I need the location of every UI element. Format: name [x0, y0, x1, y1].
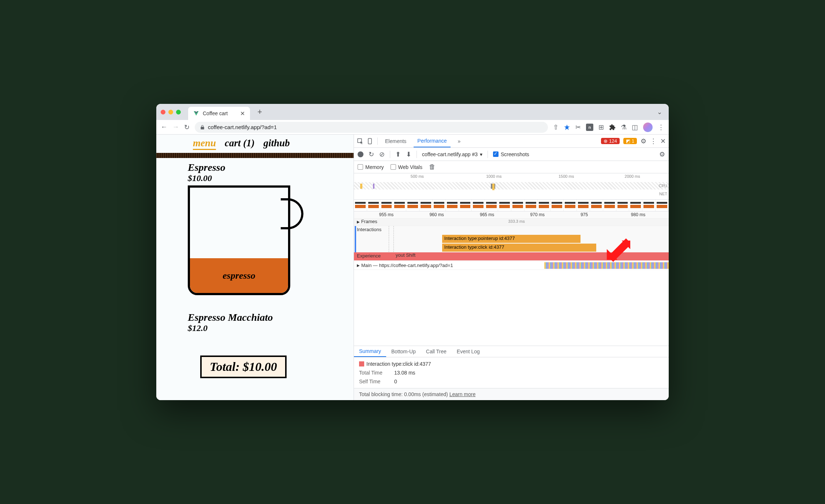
memory-checkbox[interactable]: Memory	[358, 164, 384, 170]
color-swatch	[359, 361, 364, 366]
web-vitals-checkbox[interactable]: Web Vitals	[391, 164, 422, 170]
kebab-menu-icon[interactable]: ⋮	[650, 137, 657, 145]
back-button[interactable]: ←	[161, 123, 167, 131]
gear-icon[interactable]: ⚙	[659, 150, 665, 158]
timeline-ruler: 955 ms 960 ms 965 ms 970 ms 975 980 ms	[354, 211, 669, 219]
url-input[interactable]: coffee-cart.netlify.app/?ad=1	[195, 122, 548, 133]
self-time-value: 0	[394, 379, 397, 384]
product-espresso: Espresso $10.00 espresso	[156, 162, 354, 301]
cpu-peak	[492, 184, 494, 190]
reload-record-button[interactable]: ↻	[369, 150, 374, 158]
interaction-bar-pointerup[interactable]: Interaction type:pointerup id:4377	[442, 235, 581, 243]
product-price: $10.00	[188, 173, 354, 183]
kebab-menu-icon[interactable]: ⋮	[658, 123, 664, 131]
cup-graphic[interactable]: espresso	[188, 185, 301, 301]
minimize-icon[interactable]	[168, 110, 173, 114]
errors-badge[interactable]: ⊗124	[601, 138, 620, 144]
nav-github[interactable]: github	[264, 138, 290, 149]
lock-icon	[200, 125, 205, 130]
vue-icon	[193, 110, 199, 116]
tab-close-icon[interactable]: ✕	[240, 110, 245, 117]
tab-call-tree[interactable]: Call Tree	[421, 346, 452, 357]
cart-total[interactable]: Total: $10.00	[200, 356, 287, 378]
net-label: NET	[659, 192, 667, 196]
side-panel-icon[interactable]: ◫	[632, 123, 638, 131]
download-icon[interactable]: ⬇	[406, 150, 411, 158]
total-time-value: 13.08 ms	[394, 370, 415, 376]
screenshots-checkbox[interactable]: Screenshots	[493, 151, 529, 157]
total-time-label: Total Time	[359, 370, 388, 376]
share-icon[interactable]: ⇧	[553, 123, 559, 131]
filmstrip-thumb	[354, 200, 367, 211]
close-icon[interactable]: ✕	[660, 137, 666, 145]
interaction-bar-click[interactable]: Interaction type:click id:4377	[442, 244, 596, 252]
nav-cart[interactable]: cart (1)	[225, 138, 255, 149]
tab-title: Coffee cart	[203, 110, 228, 116]
forward-button[interactable]: →	[172, 123, 179, 131]
reload-button[interactable]: ↻	[184, 123, 190, 131]
chevron-right-icon: ▶	[357, 263, 360, 267]
tab-performance[interactable]: Performance	[414, 135, 450, 147]
url-text: coffee-cart.netlify.app/?ad=1	[208, 124, 277, 130]
frames-track: ▶ Frames 333.3 ms	[354, 219, 669, 226]
interactions-track: Interactions Interaction type:pointerup …	[354, 226, 669, 252]
overview-tick: 1000 ms	[486, 174, 501, 178]
tab-event-log[interactable]: Event Log	[452, 346, 485, 357]
screenshots-filmstrip[interactable]	[354, 200, 669, 211]
flamechart-area[interactable]: 955 ms 960 ms 965 ms 970 ms 975 980 ms ▶…	[354, 211, 669, 346]
selection-indicator	[355, 226, 356, 252]
scissors-icon[interactable]: ✂	[575, 123, 581, 131]
upload-icon[interactable]: ⬆	[395, 150, 401, 158]
perf-overview[interactable]: 500 ms 1000 ms 1500 ms 2000 ms CPU NET	[354, 173, 669, 200]
traffic-lights	[161, 110, 181, 114]
extension-n-icon[interactable]: n	[586, 124, 593, 131]
clear-button[interactable]: ⊘	[379, 150, 385, 158]
browser-tab[interactable]: Coffee cart ✕	[188, 107, 250, 120]
inspect-icon[interactable]	[357, 138, 363, 144]
blocking-time-text: Total blocking time: 0.00ms (estimated)	[359, 391, 448, 397]
bookmark-star-icon[interactable]	[564, 124, 570, 131]
web-page: menu cart (1) github Espresso $10.00 esp…	[156, 135, 354, 400]
cpu-label: CPU	[659, 184, 667, 188]
recording-select[interactable]: coffee-cart.netlify.app #3▾	[422, 151, 482, 157]
layout-shift-label: yout Shift	[393, 252, 418, 258]
maximize-icon[interactable]	[176, 110, 181, 114]
summary-panel: Interaction type:click id:4377 Total Tim…	[354, 357, 669, 388]
overview-tick: 500 ms	[411, 174, 424, 178]
product-price: $12.0	[188, 323, 354, 333]
separator-beans	[156, 153, 354, 158]
cpu-hatch	[354, 182, 669, 189]
tab-more[interactable]: »	[454, 135, 464, 147]
product-name: Espresso Macchiato	[188, 312, 354, 323]
main-track[interactable]: ▶ Main — https://coffee-cart.netlify.app…	[354, 261, 669, 270]
cup-fill-label: espresso	[190, 258, 288, 293]
overview-tick: 1500 ms	[559, 174, 574, 178]
labs-icon[interactable]: ⚗	[621, 123, 627, 131]
extension-grid-icon[interactable]: ⊞	[598, 123, 604, 131]
cpu-peak	[373, 184, 374, 189]
device-toggle-icon[interactable]	[367, 138, 374, 144]
tab-summary[interactable]: Summary	[354, 346, 386, 357]
close-icon[interactable]	[161, 110, 165, 114]
main-tasks-bars	[544, 262, 669, 269]
nav-menu[interactable]: menu	[193, 138, 216, 150]
cup-handle	[281, 198, 303, 229]
tab-elements[interactable]: Elements	[381, 135, 410, 147]
warnings-badge[interactable]: ◩1	[623, 138, 637, 144]
trash-icon[interactable]: 🗑	[429, 163, 436, 171]
learn-more-link[interactable]: Learn more	[449, 391, 476, 397]
frame-duration: 333.3 ms	[508, 219, 525, 223]
chevron-down-icon[interactable]: ⌄	[657, 108, 662, 116]
extensions-icon[interactable]	[609, 124, 616, 131]
profile-avatar[interactable]	[643, 123, 653, 132]
window-titlebar: Coffee cart ✕ + ⌄	[156, 104, 669, 120]
gear-icon[interactable]: ⚙	[641, 137, 646, 145]
tab-bottom-up[interactable]: Bottom-Up	[386, 346, 421, 357]
browser-window: Coffee cart ✕ + ⌄ ← → ↻ coffee-cart.netl…	[156, 104, 669, 400]
record-button[interactable]	[358, 151, 363, 157]
checkbox-icon	[493, 151, 499, 157]
cpu-peak	[360, 184, 362, 189]
toolbar-icons: ⇧ ✂ n ⊞ ⚗ ◫ ⋮	[553, 123, 664, 132]
devtools-panel: Elements Performance » ⊗124 ◩1 ⚙ ⋮ ✕ ↻ ⊘…	[354, 135, 669, 400]
new-tab-button[interactable]: +	[257, 107, 262, 117]
